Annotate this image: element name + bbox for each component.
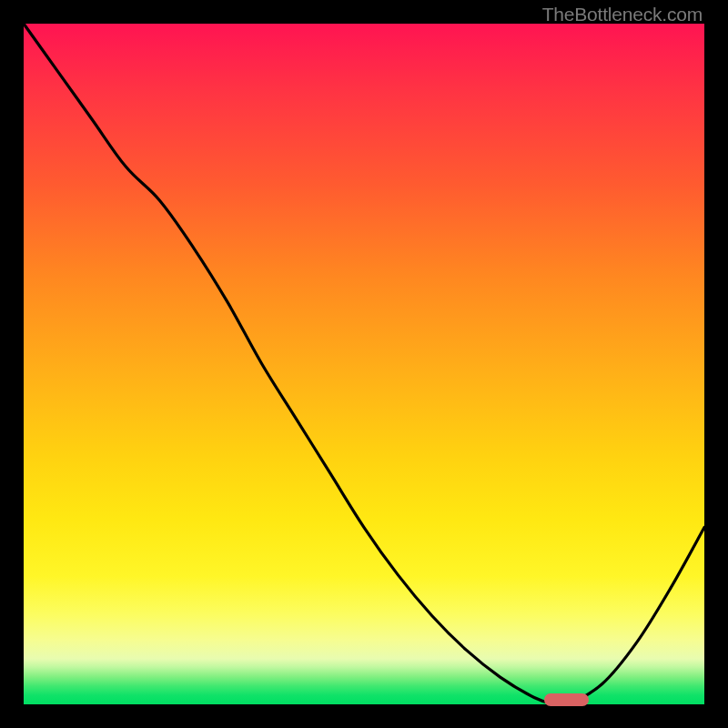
curve-svg bbox=[24, 24, 704, 704]
bottleneck-curve bbox=[24, 24, 704, 706]
watermark-text: TheBottleneck.com bbox=[542, 4, 703, 25]
optimal-range-marker bbox=[544, 693, 589, 706]
